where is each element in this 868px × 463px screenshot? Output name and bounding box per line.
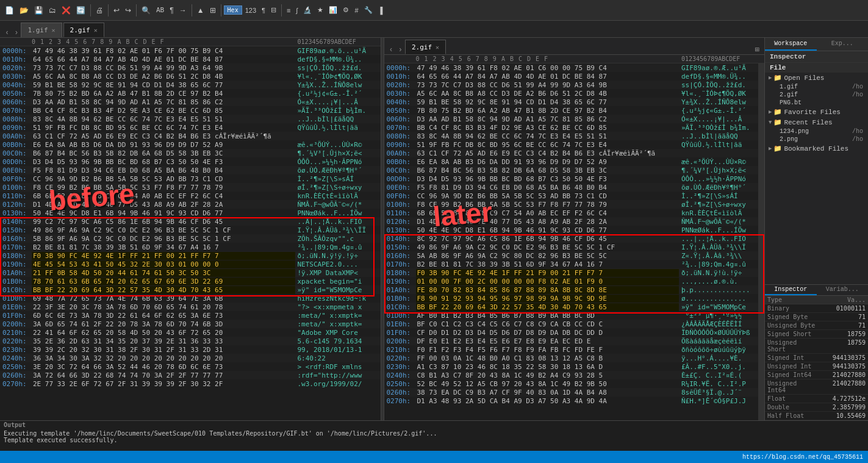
hash-button[interactable]: # — [352, 5, 360, 15]
hex-row[interactable]: 0050h:7B 80 75 B2 BD 6A A2 AB 47 B1 8B 2… — [384, 106, 765, 115]
hex-row[interactable]: 0090h:51 9F FB FC DB 8C BD 95 6C BE CC 6… — [0, 123, 381, 132]
tab-right-close[interactable]: ✕ — [436, 44, 439, 51]
hex-row[interactable]: 0240h:C8 B1 A3 C7 8F 20 43 8A 1C 49 B2 A… — [384, 371, 765, 379]
hex-row[interactable]: 0270h:D1 A3 48 93 2A 5D CA B4 A9 D3 A7 5… — [384, 397, 765, 405]
hex-row[interactable]: 0220h:FF 00 03 0A 1C 48 B0 A0 C1 83 08 1… — [384, 354, 765, 362]
tab-2gif-close[interactable]: ✕ — [94, 27, 98, 34]
hex-row[interactable]: 01F0h:6D 6C 6E 73 3A 78 3D 22 61 64 6F 6… — [0, 311, 381, 320]
hex-row[interactable]: 0220h:35 2E 36 2D 63 31 34 35 20 37 39 2… — [0, 337, 381, 345]
bookmarked-files-folder[interactable]: ▶ 📁 Bookmarked Files — [765, 143, 868, 154]
hex-row[interactable]: 0130h:50 4E 4E 9C D8 E1 6B 94 9B 46 91 9… — [0, 209, 381, 217]
hex-row[interactable]: 0170h:B2 BE 81 81 7C 38 39 3B 51 6D 9F 3… — [384, 260, 765, 268]
hex-row[interactable]: 01F0h:CF D0 D1 D2 D3 D4 D5 D6 D7 D8 D9 D… — [384, 328, 765, 337]
tab-right-2gif[interactable]: 2.gif ✕ — [405, 40, 446, 54]
right-nav-next[interactable]: › — [396, 46, 405, 54]
hex-row[interactable]: 01E0h:BF C0 C1 C2 C3 C4 C5 C6 C7 C8 C9 C… — [384, 320, 765, 328]
hex-row[interactable]: 0150h:49 86 9F A6 9A C2 9C C0 DC E2 96 B… — [0, 226, 381, 234]
open-files-folder[interactable]: ▶ 📁 Open Files — [765, 73, 868, 83]
hex-row[interactable]: 00E0h:F5 F8 81 D9 D3 94 C6 EB D0 68 A5 B… — [384, 183, 765, 192]
hex-row[interactable]: 0020h:73 73 7C C7 D3 88 CC D6 51 99 A4 9… — [384, 81, 765, 89]
hex-row[interactable]: 01B0h:78 70 61 63 6B 65 74 20 62 65 67 6… — [0, 277, 381, 285]
hex-row[interactable]: 00A0h:63 C1 CF 72 A5 AD E6 E9 EC C3 C4 B… — [384, 149, 765, 157]
variables-tab[interactable]: Variab... — [817, 285, 869, 295]
save-all-button[interactable]: 🗂 — [46, 5, 59, 16]
tab-2gif[interactable]: 2.gif ✕ — [63, 23, 104, 37]
template-button[interactable]: ≡ — [284, 5, 293, 15]
goto-button[interactable]: → — [177, 5, 189, 16]
file-2gif[interactable]: 2.gif /ho — [765, 91, 868, 99]
hex-row[interactable]: 0030h:A5 6C AA 8C B8 A8 CC D3 DE A2 B6 D… — [0, 72, 381, 81]
hex-row[interactable]: 01C0h:BB BF 22 20 69 64 3D 22 57 35 4D 3… — [384, 303, 765, 311]
hex-row[interactable]: 0250h:52 BC 49 52 12 A5 CB 97 20 43 8A 1… — [384, 379, 765, 388]
hex-row[interactable]: 0260h:3A 72 64 66 3D 22 68 74 74 70 3A 2… — [0, 371, 381, 379]
hex-row[interactable]: 0020h:73 73 7C C7 D3 88 CC D6 51 99 A4 9… — [0, 63, 381, 72]
hex-row[interactable]: 0100h:F8 CE 99 B2 B6 BB 5A 5B 5C 53 F7 F… — [384, 200, 765, 209]
hex-row[interactable]: 0040h:59 B1 BE 58 92 9C 8E 91 94 CD D1 D… — [0, 81, 381, 89]
print-button[interactable]: 🖨 — [93, 5, 106, 16]
hex-row[interactable]: 0140h:8C 92 7C 97 9C A6 C5 86 1E 6B 94 9… — [384, 234, 765, 243]
file-pngbt[interactable]: PNG.bt — [765, 99, 868, 107]
hex-format-button[interactable]: Hex — [224, 5, 242, 15]
hex-row[interactable]: 00D0h:D3 D4 D5 93 96 9B BB BC BD 68 B7 C… — [384, 174, 765, 183]
workspace-tab[interactable]: Workspace — [765, 38, 817, 51]
tab-nav-next[interactable]: › — [12, 29, 21, 37]
hex-row[interactable]: 0160h:5B 86 9F A6 9A C2 9C C0 DC E2 96 B… — [0, 234, 381, 243]
hex-row[interactable]: 00F0h:CC 96 9A 9D B2 B6 BB 5A 5B 5C 53 A… — [384, 192, 765, 200]
hex-row[interactable]: 0080h:83 8C 4A 8B 94 62 BE CC 6C 74 7C E… — [0, 115, 381, 123]
recent-files-folder[interactable]: ▼ 📁 Recent Files — [765, 117, 868, 127]
more-button[interactable]: ▐ — [376, 5, 386, 15]
hex-row[interactable]: 0190h:4E 45 54 53 43 41 50 45 32 2E 30 0… — [0, 260, 381, 268]
scrollbar-right[interactable] — [758, 63, 764, 420]
open-button[interactable]: 📂 — [17, 5, 31, 16]
hex-row[interactable]: 0070h:BB C4 CF 8C B3 B3 4F D2 9E A3 CE 6… — [0, 106, 381, 115]
hex-row[interactable]: 0000h:47 49 46 38 39 61 F8 02 AE 01 C6 0… — [384, 63, 765, 72]
hex-row[interactable]: 01A0h:FE 80 70 82 83 84 85 86 87 88 89 8… — [384, 285, 765, 294]
revert-button[interactable]: 🔄 — [74, 5, 88, 16]
hex-row[interactable]: 0180h:F0 3B 90 FC 4E 92 4E 1F FF 21 FF 0… — [0, 251, 381, 260]
recent-1234png[interactable]: 1234.png /ho — [765, 127, 868, 135]
favorite-files-folder[interactable]: ▶ 📁 Favorite Files — [765, 107, 868, 117]
hex-row[interactable]: 00B0h:E6 EA 8A AB B3 D6 DA DD 91 93 96 D… — [384, 157, 765, 166]
hex-row[interactable]: 0230h:39 39 2C 20 32 30 31 38 2F 30 31 2… — [0, 345, 381, 354]
hex-row[interactable]: 00A0h:63 C1 CF 72 A5 AD E6 E9 EC C3 C4 B… — [0, 132, 381, 140]
hex-row[interactable]: 0150h:49 86 9F A6 9A C2 9C C0 DC E2 96 B… — [384, 243, 765, 251]
replace-button[interactable]: ¶ — [167, 5, 176, 16]
hex-row[interactable]: 0010h:64 65 66 44 A7 84 A7 AB 4D 4D AE 0… — [384, 72, 765, 81]
bin-format-button[interactable]: ⊟ — [268, 5, 279, 15]
compare-button[interactable]: ⊞ — [207, 5, 218, 16]
hex-row[interactable]: 01B0h:F8 90 91 92 93 94 95 96 97 98 99 9… — [384, 294, 765, 303]
tab-nav-prev[interactable]: ‹ — [2, 29, 12, 37]
hex-row[interactable]: 0160h:5A AB 86 9F A6 9A C2 9C 80 DC 82 9… — [384, 251, 765, 260]
hex-row[interactable]: 0110h:6B 6E 52 84 8C C8 C9 C7 54 A0 AB E… — [0, 192, 381, 200]
file-1gif[interactable]: 1.gif /ho — [765, 83, 868, 91]
hex-row[interactable]: 01A0h:21 FF 0B 58 4D 50 20 44 61 74 61 5… — [0, 268, 381, 277]
hex-row[interactable]: 00C0h:B6 87 B4 BC 56 B3 5B 82 DB 6A 68 D… — [0, 149, 381, 157]
right-nav-prev[interactable]: ‹ — [387, 46, 396, 54]
hex-row[interactable]: 0210h:22 41 64 6F 62 65 20 58 4D 50 20 4… — [0, 328, 381, 337]
find-button[interactable]: 🔍 — [139, 5, 153, 16]
hex-row[interactable]: 0060h:D3 AA AD B1 58 8C 94 9D AD A1 A5 7… — [0, 98, 381, 106]
hex-row[interactable]: 00F0h:CC 96 9A 9D B2 B6 BB 5A 5B 5C 53 A… — [0, 174, 381, 183]
hex-row[interactable]: 0110h:6B 6E 52 84 8C C8 C9 C7 54 A0 AB E… — [384, 209, 765, 217]
explorer-tab[interactable]: Exp... — [817, 38, 869, 51]
undo-button[interactable]: ↩ — [111, 5, 122, 16]
hex-row[interactable]: 0120h:D1 4D A2 1D 46 7E 40 77 D5 43 A8 A… — [384, 217, 765, 226]
redo-button[interactable]: ↪ — [123, 5, 134, 16]
tool-button[interactable]: 🔧 — [362, 5, 375, 15]
hex-row[interactable]: 0000h:47 49 46 38 39 61 F8 02 AE 01 F6 7… — [0, 46, 381, 55]
hex-row[interactable]: 0060h:D3 AA AD B1 58 8C 94 9D AD A1 A5 7… — [384, 115, 765, 123]
hex-row[interactable]: 0170h:B2 BE 81 81 7C 38 39 3B 51 6D 9F 3… — [0, 243, 381, 251]
inspector-tab[interactable]: Inspector — [765, 285, 817, 295]
inspector-button[interactable]: 🔬 — [301, 5, 314, 15]
hex-row[interactable]: 0070h:BB C4 CF 8C B3 B3 4F D2 9E A3 CE 6… — [384, 123, 765, 132]
hex-row[interactable]: 01C0h:BB BF 22 20 69 64 3D 22 57 35 4D 3… — [0, 285, 381, 294]
hex-row[interactable]: 00C0h:B6 87 B4 BC 56 B3 5B 82 DB 6A 68 D… — [384, 166, 765, 174]
hex-row[interactable]: 01E0h:22 3F 3E 20 3C 78 3A 78 6D 70 6D 6… — [0, 303, 381, 311]
new-button[interactable]: 📄 — [2, 5, 16, 16]
hex-row[interactable]: 0260h:38 73 EA DC C9 B3 A7 CF 9F 40 83 0… — [384, 388, 765, 397]
hex-row[interactable]: 01D0h:69 48 7A 72 65 73 7A 4E 74 6B 63 3… — [0, 294, 381, 303]
hex-row[interactable]: 0090h:51 9F FB FC DB 8C BD 95 6C BE CC 6… — [384, 140, 765, 149]
hex-row[interactable]: 0030h:A5 6C AA 8C B8 A8 CC D3 DE A2 B6 D… — [384, 89, 765, 98]
hex-row[interactable]: 0140h:99 C2 7C 97 9C A6 C5 86 1E 6B 94 9… — [0, 217, 381, 226]
hex-row[interactable]: 0210h:F0 F1 F2 F3 F4 F5 F6 F7 F8 F9 FA F… — [384, 345, 765, 354]
